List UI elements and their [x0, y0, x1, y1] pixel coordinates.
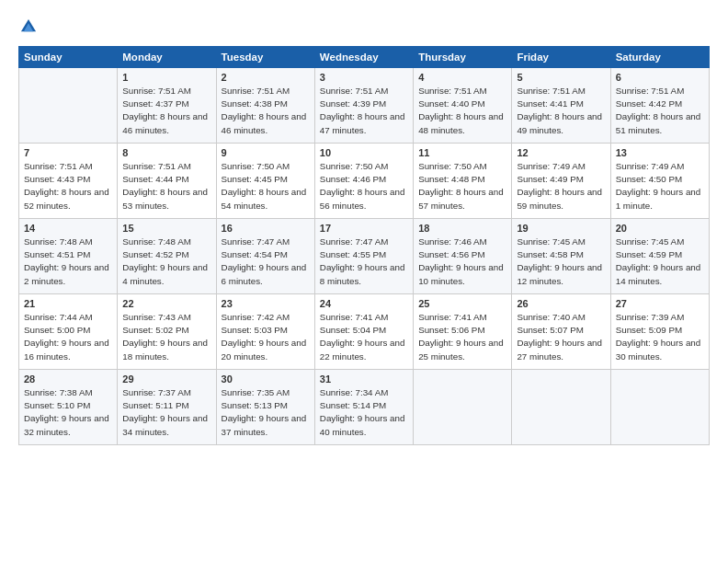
sunset-text: Sunset: 4:58 PM — [517, 249, 583, 259]
daylight-text: Daylight: 9 hours and 34 minutes. — [122, 413, 208, 436]
sunrise-text: Sunrise: 7:41 AM — [418, 312, 487, 322]
daylight-text: Daylight: 9 hours and 8 minutes. — [320, 262, 405, 285]
day-info: Sunrise: 7:35 AM Sunset: 5:13 PM Dayligh… — [222, 386, 310, 439]
daylight-text: Daylight: 9 hours and 12 minutes. — [517, 262, 602, 285]
sunset-text: Sunset: 5:10 PM — [24, 400, 90, 410]
day-number: 28 — [24, 373, 112, 385]
daylight-text: Daylight: 9 hours and 25 minutes. — [418, 338, 504, 361]
day-info: Sunrise: 7:51 AM Sunset: 4:44 PM Dayligh… — [122, 160, 210, 213]
page: SundayMondayTuesdayWednesdayThursdayFrid… — [0, 0, 728, 563]
header-thursday: Thursday — [414, 47, 512, 68]
sunrise-text: Sunrise: 7:51 AM — [616, 86, 685, 96]
sunrise-text: Sunrise: 7:47 AM — [222, 236, 290, 247]
week-row-0: 1 Sunrise: 7:51 AM Sunset: 4:37 PM Dayli… — [19, 68, 710, 144]
daylight-text: Daylight: 9 hours and 22 minutes. — [320, 338, 405, 361]
sunrise-text: Sunrise: 7:49 AM — [616, 161, 685, 171]
calendar-cell: 9 Sunrise: 7:50 AM Sunset: 4:45 PM Dayli… — [216, 144, 314, 219]
sunrise-text: Sunrise: 7:45 AM — [517, 236, 586, 247]
sunrise-text: Sunrise: 7:51 AM — [122, 161, 191, 171]
day-number: 5 — [517, 72, 605, 83]
calendar-cell: 10 Sunrise: 7:50 AM Sunset: 4:46 PM Dayl… — [314, 144, 413, 219]
day-number: 10 — [320, 147, 408, 158]
sunrise-text: Sunrise: 7:48 AM — [24, 236, 93, 247]
sunrise-text: Sunrise: 7:46 AM — [418, 236, 487, 247]
day-number: 23 — [222, 298, 310, 309]
day-number: 26 — [517, 298, 605, 309]
sunset-text: Sunset: 4:55 PM — [320, 249, 386, 259]
sunrise-text: Sunrise: 7:42 AM — [222, 312, 290, 322]
calendar-cell: 2 Sunrise: 7:51 AM Sunset: 4:38 PM Dayli… — [216, 68, 314, 144]
day-info: Sunrise: 7:39 AM Sunset: 5:09 PM Dayligh… — [616, 311, 704, 363]
calendar-cell: 18 Sunrise: 7:46 AM Sunset: 4:56 PM Dayl… — [414, 219, 512, 294]
sunset-text: Sunset: 5:14 PM — [320, 400, 386, 410]
calendar-cell: 7 Sunrise: 7:51 AM Sunset: 4:43 PM Dayli… — [19, 144, 118, 219]
day-number: 11 — [418, 147, 506, 158]
sunrise-text: Sunrise: 7:50 AM — [320, 161, 389, 171]
day-number: 21 — [24, 298, 112, 309]
sunrise-text: Sunrise: 7:41 AM — [320, 312, 389, 322]
sunrise-text: Sunrise: 7:51 AM — [418, 86, 487, 96]
daylight-text: Daylight: 9 hours and 6 minutes. — [222, 262, 307, 285]
day-number: 3 — [320, 72, 408, 83]
sunset-text: Sunset: 5:11 PM — [122, 400, 188, 410]
daylight-text: Daylight: 8 hours and 49 minutes. — [517, 111, 602, 134]
daylight-text: Daylight: 8 hours and 52 minutes. — [24, 187, 109, 210]
day-number: 7 — [24, 147, 112, 158]
sunrise-text: Sunrise: 7:51 AM — [320, 86, 389, 96]
day-info: Sunrise: 7:51 AM Sunset: 4:38 PM Dayligh… — [222, 85, 310, 137]
daylight-text: Daylight: 9 hours and 40 minutes. — [320, 413, 405, 436]
daylight-text: Daylight: 9 hours and 4 minutes. — [122, 262, 208, 285]
day-info: Sunrise: 7:50 AM Sunset: 4:48 PM Dayligh… — [418, 160, 506, 213]
sunset-text: Sunset: 5:07 PM — [517, 325, 583, 335]
calendar-cell: 20 Sunrise: 7:45 AM Sunset: 4:59 PM Dayl… — [610, 219, 709, 294]
sunset-text: Sunset: 4:54 PM — [222, 249, 288, 259]
daylight-text: Daylight: 8 hours and 46 minutes. — [222, 111, 307, 134]
day-number: 27 — [616, 298, 704, 309]
sunset-text: Sunset: 5:03 PM — [222, 325, 288, 335]
day-info: Sunrise: 7:42 AM Sunset: 5:03 PM Dayligh… — [222, 311, 310, 363]
daylight-text: Daylight: 8 hours and 54 minutes. — [222, 187, 307, 210]
sunset-text: Sunset: 5:06 PM — [418, 325, 484, 335]
day-number: 24 — [320, 298, 408, 309]
day-info: Sunrise: 7:48 AM Sunset: 4:52 PM Dayligh… — [122, 236, 210, 288]
day-number: 18 — [418, 223, 506, 234]
header-friday: Friday — [512, 47, 610, 68]
daylight-text: Daylight: 9 hours and 20 minutes. — [222, 338, 307, 361]
sunset-text: Sunset: 4:59 PM — [616, 249, 682, 259]
sunrise-text: Sunrise: 7:50 AM — [222, 161, 290, 171]
calendar-cell: 27 Sunrise: 7:39 AM Sunset: 5:09 PM Dayl… — [610, 294, 709, 370]
day-info: Sunrise: 7:51 AM Sunset: 4:42 PM Dayligh… — [616, 85, 704, 137]
day-number: 17 — [320, 223, 408, 234]
day-info: Sunrise: 7:40 AM Sunset: 5:07 PM Dayligh… — [517, 311, 605, 363]
day-number: 22 — [122, 298, 210, 309]
sunrise-text: Sunrise: 7:48 AM — [122, 236, 191, 247]
calendar-cell: 22 Sunrise: 7:43 AM Sunset: 5:02 PM Dayl… — [118, 294, 216, 370]
day-number: 29 — [122, 373, 210, 385]
calendar-cell: 29 Sunrise: 7:37 AM Sunset: 5:11 PM Dayl… — [118, 370, 216, 445]
week-row-4: 28 Sunrise: 7:38 AM Sunset: 5:10 PM Dayl… — [19, 370, 710, 445]
daylight-text: Daylight: 9 hours and 1 minute. — [616, 187, 701, 210]
calendar-cell: 12 Sunrise: 7:49 AM Sunset: 4:49 PM Dayl… — [512, 144, 610, 219]
header-tuesday: Tuesday — [216, 47, 314, 68]
sunrise-text: Sunrise: 7:39 AM — [616, 312, 685, 322]
sunset-text: Sunset: 4:37 PM — [122, 98, 188, 109]
sunset-text: Sunset: 5:04 PM — [320, 325, 386, 335]
daylight-text: Daylight: 8 hours and 57 minutes. — [418, 187, 504, 210]
sunset-text: Sunset: 4:52 PM — [122, 249, 188, 259]
header-row: SundayMondayTuesdayWednesdayThursdayFrid… — [19, 47, 710, 68]
day-number: 4 — [418, 72, 506, 83]
calendar-cell: 31 Sunrise: 7:34 AM Sunset: 5:14 PM Dayl… — [314, 370, 413, 445]
day-number: 13 — [616, 147, 704, 158]
calendar-cell: 1 Sunrise: 7:51 AM Sunset: 4:37 PM Dayli… — [118, 68, 216, 144]
day-info: Sunrise: 7:51 AM Sunset: 4:40 PM Dayligh… — [418, 85, 506, 137]
day-info: Sunrise: 7:48 AM Sunset: 4:51 PM Dayligh… — [24, 236, 112, 288]
daylight-text: Daylight: 9 hours and 30 minutes. — [616, 338, 701, 361]
daylight-text: Daylight: 8 hours and 51 minutes. — [616, 111, 701, 134]
daylight-text: Daylight: 8 hours and 53 minutes. — [122, 187, 208, 210]
calendar-cell: 25 Sunrise: 7:41 AM Sunset: 5:06 PM Dayl… — [414, 294, 512, 370]
calendar-cell — [414, 370, 512, 445]
daylight-text: Daylight: 9 hours and 18 minutes. — [122, 338, 208, 361]
day-info: Sunrise: 7:47 AM Sunset: 4:55 PM Dayligh… — [320, 236, 408, 288]
sunset-text: Sunset: 4:43 PM — [24, 174, 90, 184]
day-info: Sunrise: 7:46 AM Sunset: 4:56 PM Dayligh… — [418, 236, 506, 288]
